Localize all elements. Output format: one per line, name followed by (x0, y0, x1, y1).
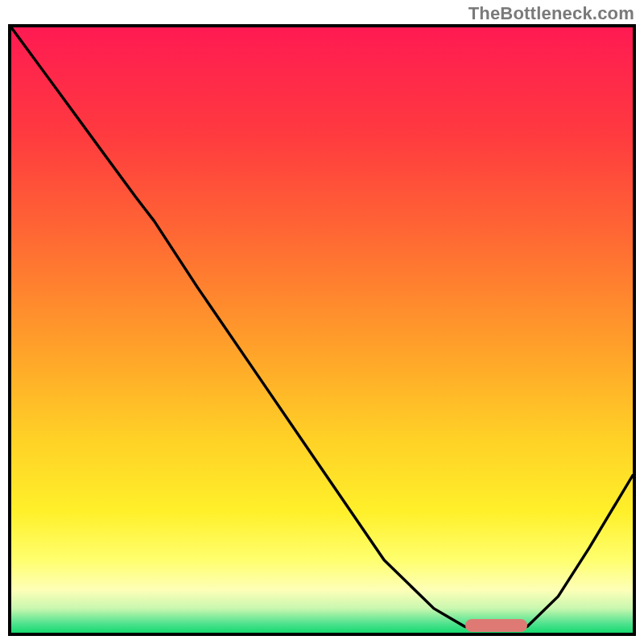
chart-background-gradient (11, 27, 633, 633)
svg-rect-0 (11, 27, 633, 633)
watermark-text: TheBottleneck.com (469, 3, 634, 24)
chart-frame (8, 24, 636, 636)
chart-optimum-marker (465, 619, 527, 632)
